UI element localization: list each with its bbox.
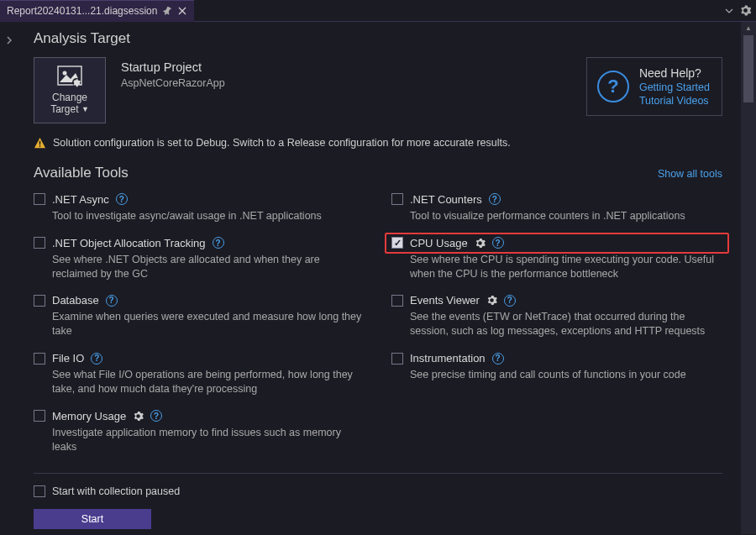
available-tools-heading: Available Tools xyxy=(34,165,129,181)
tool-name-events-viewer: Events Viewer xyxy=(410,294,480,307)
tool-settings-gear-icon[interactable] xyxy=(133,411,144,422)
info-icon[interactable]: ? xyxy=(213,237,224,249)
main-content: Analysis Target Change Target ▼ Startup … xyxy=(0,22,756,535)
tool-checkbox-database[interactable] xyxy=(34,295,45,307)
help-question-icon: ? xyxy=(597,71,629,102)
tool-cpu-usage: CPU Usage?See where the CPU is spending … xyxy=(391,237,722,281)
info-icon[interactable]: ? xyxy=(106,295,118,307)
startup-project-name: AspNetCoreRazorApp xyxy=(121,77,225,89)
tool-checkbox-net-async[interactable] xyxy=(34,193,45,205)
change-target-label: Change Target ▼ xyxy=(50,92,89,116)
tool-description: See precise timing and call counts of fu… xyxy=(391,368,722,382)
start-paused-label: Start with collection paused xyxy=(52,485,180,497)
tool-description: See where .NET Objects are allocated and… xyxy=(34,253,365,281)
startup-project-title: Startup Project xyxy=(121,60,225,74)
tool-description: See where the CPU is spending time execu… xyxy=(391,253,722,281)
info-icon[interactable]: ? xyxy=(492,237,504,249)
tool-settings-gear-icon[interactable] xyxy=(475,238,486,249)
tool-name-net-counters: .NET Counters xyxy=(410,193,482,206)
tool-checkbox-file-io[interactable] xyxy=(34,353,45,365)
tool-name-net-async: .NET Async xyxy=(52,193,109,206)
info-icon[interactable]: ? xyxy=(489,193,501,205)
target-row: Change Target ▼ Startup Project AspNetCo… xyxy=(34,57,722,123)
warning-icon xyxy=(34,137,46,149)
start-button[interactable]: Start xyxy=(34,509,151,529)
svg-rect-3 xyxy=(39,140,41,144)
analysis-target-heading: Analysis Target xyxy=(34,30,722,47)
document-tab[interactable]: Report20240131...21.diagsession xyxy=(0,0,194,22)
tool-description: Tool to visualize performance counters i… xyxy=(391,209,722,223)
info-icon[interactable]: ? xyxy=(91,353,102,365)
tool-name-file-io: File IO xyxy=(52,352,84,365)
pin-icon[interactable] xyxy=(162,6,172,16)
close-icon[interactable] xyxy=(177,6,187,16)
tool-instrumentation: Instrumentation?See precise timing and c… xyxy=(391,352,722,382)
tool-checkbox-memory-usage[interactable] xyxy=(34,410,45,422)
window-dropdown-icon[interactable] xyxy=(725,7,733,15)
divider xyxy=(34,473,722,474)
tool-checkbox-events-viewer[interactable] xyxy=(391,295,403,307)
tool-description: Examine when queries were executed and m… xyxy=(34,310,365,338)
settings-gear-icon[interactable] xyxy=(740,5,751,16)
getting-started-link[interactable]: Getting Started xyxy=(639,81,710,93)
tool-database: Database?Examine when queries were execu… xyxy=(34,294,365,338)
help-panel: ? Need Help? Getting Started Tutorial Vi… xyxy=(586,57,722,116)
tool-description: See the events (ETW or NetTrace) that oc… xyxy=(391,310,722,338)
tool-net-async: .NET Async?Tool to investigate async/awa… xyxy=(34,193,365,223)
tool-name-net-object-allocation-tracking: .NET Object Allocation Tracking xyxy=(52,237,206,249)
tool-memory-usage: Memory Usage?Investigate application mem… xyxy=(34,410,365,454)
warning-text: Solution configuration is set to Debug. … xyxy=(53,137,511,149)
target-image-icon xyxy=(56,65,83,88)
start-paused-checkbox[interactable] xyxy=(34,485,45,497)
tool-checkbox-net-counters[interactable] xyxy=(391,193,403,205)
svg-point-1 xyxy=(63,71,67,76)
tools-grid: .NET Async?Tool to investigate async/awa… xyxy=(34,193,722,454)
tool-checkbox-cpu-usage[interactable] xyxy=(391,237,403,249)
title-bar: Report20240131...21.diagsession xyxy=(0,0,756,22)
svg-rect-4 xyxy=(39,145,41,147)
tool-net-object-allocation-tracking: .NET Object Allocation Tracking?See wher… xyxy=(34,237,365,281)
tool-name-database: Database xyxy=(52,294,99,307)
tool-name-instrumentation: Instrumentation xyxy=(410,352,486,365)
change-target-button[interactable]: Change Target ▼ xyxy=(34,57,106,123)
tab-title: Report20240131...21.diagsession xyxy=(7,5,157,17)
tool-name-memory-usage: Memory Usage xyxy=(52,410,126,422)
tutorial-videos-link[interactable]: Tutorial Videos xyxy=(639,95,710,107)
tool-checkbox-instrumentation[interactable] xyxy=(391,353,403,365)
show-all-tools-link[interactable]: Show all tools xyxy=(658,168,722,180)
info-icon[interactable]: ? xyxy=(504,295,516,307)
help-heading: Need Help? xyxy=(639,66,710,80)
tool-description: Tool to investigate async/await usage in… xyxy=(34,209,365,223)
tool-settings-gear-icon[interactable] xyxy=(486,295,497,306)
tool-file-io: File IO?See what File I/O operations are… xyxy=(34,352,365,396)
tool-description: See what File I/O operations are being p… xyxy=(34,368,365,396)
info-icon[interactable]: ? xyxy=(116,193,128,205)
info-icon[interactable]: ? xyxy=(150,410,162,422)
tool-description: Investigate application memory to find i… xyxy=(34,426,365,454)
tool-events-viewer: Events Viewer?See the events (ETW or Net… xyxy=(391,294,722,338)
info-icon[interactable]: ? xyxy=(492,353,504,365)
tool-checkbox-net-object-allocation-tracking[interactable] xyxy=(34,237,45,249)
tool-net-counters: .NET Counters?Tool to visualize performa… xyxy=(391,193,722,223)
warning-row: Solution configuration is set to Debug. … xyxy=(34,137,722,149)
tool-name-cpu-usage: CPU Usage xyxy=(410,237,468,249)
